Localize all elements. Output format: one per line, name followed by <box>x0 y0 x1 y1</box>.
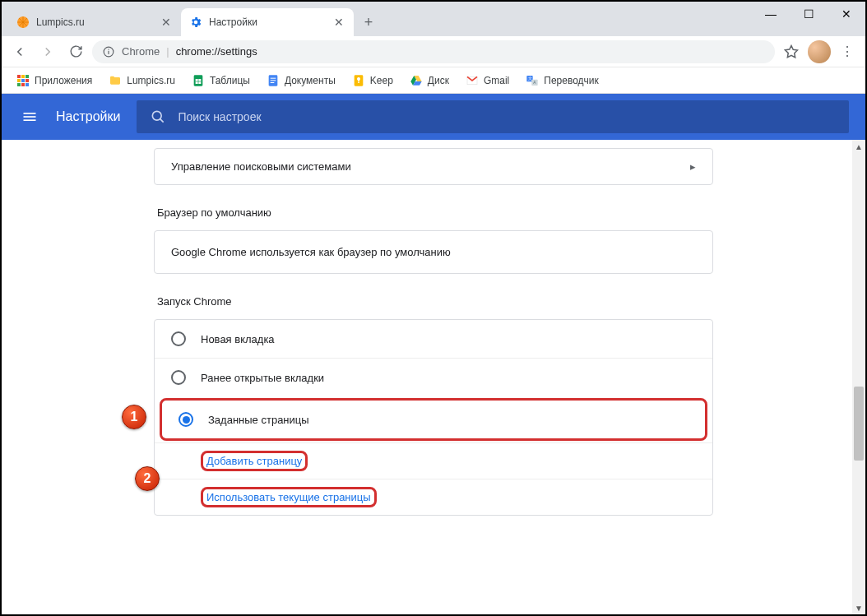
forward-button[interactable] <box>36 40 59 63</box>
omnibox-separator: | <box>166 45 169 58</box>
bookmark-translate[interactable]: 文A Переводчик <box>519 71 605 90</box>
add-page-row: Добавить страницу 2 <box>155 442 712 479</box>
bookmark-label: Документы <box>285 75 336 86</box>
callout-highlight-1: Заданные страницы <box>160 398 707 441</box>
favicon-lumpics <box>16 16 30 29</box>
gmail-icon <box>466 74 479 87</box>
scrollbar-thumb[interactable] <box>854 387 864 461</box>
bookmark-label: Таблицы <box>210 75 250 86</box>
address-bar: Chrome | chrome://settings ⋮ <box>2 36 865 67</box>
new-tab-button[interactable]: + <box>357 11 380 34</box>
svg-rect-10 <box>271 80 276 81</box>
bookmark-label: Приложения <box>35 75 92 86</box>
tab-lumpics[interactable]: Lumpics.ru ✕ <box>8 8 181 36</box>
startup-title: Запуск Chrome <box>157 295 713 308</box>
browser-window: Lumpics.ru ✕ Настройки ✕ + — ☐ ✕ <box>0 0 867 616</box>
startup-option-specific[interactable]: Заданные страницы <box>162 401 705 438</box>
manage-search-engines-row[interactable]: Управление поисковыми системами ▸ <box>155 149 712 184</box>
minimize-button[interactable]: — <box>752 2 790 26</box>
svg-line-23 <box>160 119 164 123</box>
svg-rect-3 <box>108 49 109 49</box>
bookmark-docs[interactable]: Документы <box>260 71 342 90</box>
bookmark-star-icon[interactable] <box>780 40 803 63</box>
default-browser-card: Google Chrome используется как браузер п… <box>154 230 713 274</box>
profile-avatar[interactable] <box>808 40 831 63</box>
default-browser-text: Google Chrome используется как браузер п… <box>155 231 712 273</box>
svg-rect-20 <box>24 116 36 118</box>
svg-rect-11 <box>271 82 275 83</box>
add-page-link[interactable]: Добавить страницу <box>206 455 302 467</box>
settings-search-input[interactable] <box>178 110 836 123</box>
bookmark-label: Lumpics.ru <box>127 75 175 86</box>
scroll-down-icon[interactable]: ▼ <box>852 601 865 614</box>
folder-icon <box>109 74 122 87</box>
omnibox-label: Chrome <box>122 45 160 58</box>
svg-rect-2 <box>108 50 109 53</box>
svg-rect-21 <box>24 119 36 121</box>
bookmark-lumpics[interactable]: Lumpics.ru <box>102 71 182 90</box>
default-browser-title: Браузер по умолчанию <box>157 206 713 219</box>
row-label: Управление поисковыми системами <box>171 160 351 173</box>
omnibox-url: chrome://settings <box>176 45 257 58</box>
favicon-settings <box>189 16 202 29</box>
tab-strip: Lumpics.ru ✕ Настройки ✕ + <box>2 2 752 36</box>
bookmark-label: Переводчик <box>544 75 599 86</box>
bookmark-label: Keep <box>370 75 393 86</box>
svg-rect-9 <box>271 77 276 78</box>
close-button[interactable]: ✕ <box>828 2 865 26</box>
svg-text:文: 文 <box>529 76 533 81</box>
bookmark-drive[interactable]: Диск <box>403 71 456 90</box>
keep-icon <box>352 74 365 87</box>
scrollbar[interactable]: ▲ ▼ <box>852 140 865 614</box>
maximize-button[interactable]: ☐ <box>790 2 828 26</box>
hamburger-menu-icon[interactable] <box>10 97 49 137</box>
omnibox[interactable]: Chrome | chrome://settings <box>92 40 775 63</box>
use-current-link[interactable]: Использовать текущие страницы <box>206 491 371 503</box>
callout-badge-1: 1 <box>122 405 146 429</box>
back-button[interactable] <box>8 40 31 63</box>
bookmarks-bar: Приложения Lumpics.ru Таблицы Документы … <box>2 67 865 94</box>
search-engines-card: Управление поисковыми системами ▸ <box>154 148 713 185</box>
sheets-icon <box>192 74 205 87</box>
tab-title: Настройки <box>209 16 326 28</box>
close-icon[interactable]: ✕ <box>332 16 345 29</box>
bookmark-apps[interactable]: Приложения <box>10 71 99 90</box>
callout-highlight-current: Использовать текущие страницы <box>201 487 377 507</box>
reload-button[interactable] <box>64 40 87 63</box>
chevron-right-icon: ▸ <box>690 160 696 173</box>
bookmark-label: Gmail <box>484 75 509 86</box>
radio-icon <box>178 412 193 427</box>
search-icon <box>150 109 166 125</box>
translate-icon: 文A <box>526 74 539 87</box>
settings-header: Настройки <box>2 94 865 140</box>
kebab-menu-icon[interactable]: ⋮ <box>836 40 859 63</box>
bookmark-gmail[interactable]: Gmail <box>459 71 516 90</box>
settings-search[interactable] <box>137 100 849 133</box>
radio-icon <box>171 370 186 385</box>
option-label: Заданные страницы <box>208 414 309 426</box>
callout-badge-2: 2 <box>135 466 160 491</box>
startup-option-newtab[interactable]: Новая вкладка <box>155 320 712 358</box>
startup-card: Новая вкладка Ранее открытые вкладки Зад… <box>154 319 713 516</box>
settings-content: Управление поисковыми системами ▸ Браузе… <box>154 140 713 549</box>
svg-point-22 <box>153 111 162 120</box>
settings-title: Настройки <box>56 109 120 124</box>
bookmark-keep[interactable]: Keep <box>345 71 400 90</box>
option-label: Ранее открытые вкладки <box>201 372 324 384</box>
svg-rect-13 <box>358 82 359 83</box>
scroll-up-icon[interactable]: ▲ <box>852 140 865 153</box>
close-icon[interactable]: ✕ <box>160 16 173 29</box>
use-current-row: Использовать текущие страницы <box>155 479 712 515</box>
settings-body: Управление поисковыми системами ▸ Браузе… <box>2 140 865 614</box>
drive-icon <box>410 74 423 87</box>
startup-option-continue[interactable]: Ранее открытые вкладки <box>155 358 712 396</box>
tab-title: Lumpics.ru <box>36 16 153 28</box>
site-info-icon[interactable] <box>102 45 115 58</box>
content-area: Настройки Управление поисковыми системам… <box>2 94 865 614</box>
svg-rect-19 <box>24 113 36 114</box>
radio-icon <box>171 331 186 346</box>
callout-highlight-add: Добавить страницу <box>201 451 308 471</box>
docs-icon <box>267 74 280 87</box>
bookmark-sheets[interactable]: Таблицы <box>185 71 257 90</box>
tab-settings[interactable]: Настройки ✕ <box>181 8 354 36</box>
